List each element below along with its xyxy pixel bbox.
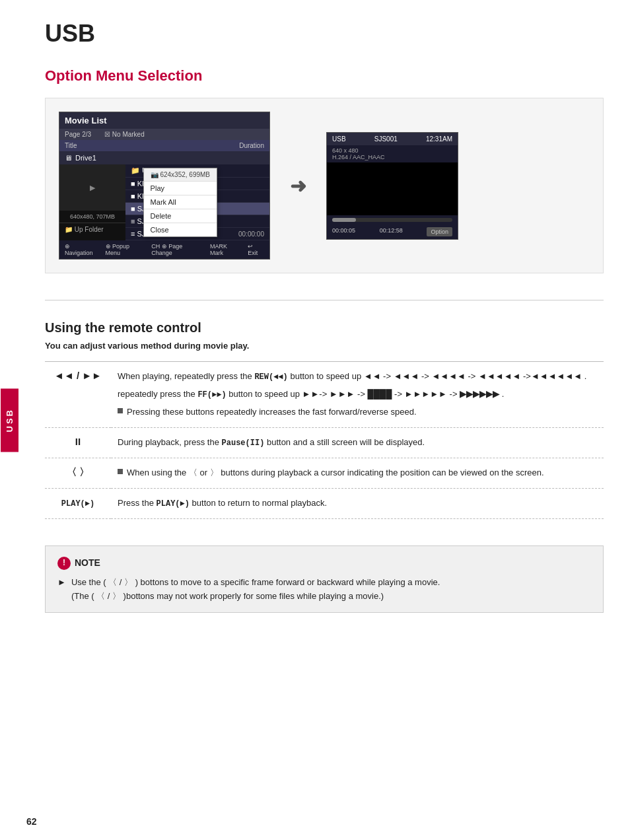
table-row: 〈 〉 When using the 〈 or 〉 buttons during… bbox=[45, 458, 604, 489]
ctrl-desc-lr: When using the 〈 or 〉 buttons during pla… bbox=[111, 458, 604, 489]
thumbnail-placeholder: ▶ bbox=[90, 184, 95, 192]
nav-exit: ↩ Exit bbox=[248, 243, 264, 256]
option-menu-section-title: Option Menu Selection bbox=[45, 67, 604, 85]
pause-desc: During playback, press the Pause(II) but… bbox=[118, 436, 597, 450]
ml-drive-name: Drive1 bbox=[75, 154, 96, 162]
ctrl-key-rewff: ◄◄ / ►► bbox=[45, 362, 111, 428]
ml-marked: ☒ No Marked bbox=[104, 131, 145, 138]
pb-duration: 00:12:58 bbox=[380, 227, 403, 236]
remote-control-desc: You can adjust various method during mov… bbox=[45, 341, 604, 351]
cm-play[interactable]: Play bbox=[144, 182, 217, 195]
ml-thumbnail: ▶ bbox=[59, 164, 125, 211]
nav-page-change: CH ⊕ Page Change bbox=[151, 243, 203, 256]
playback-mockup: USB SJS001 12:31AM 640 x 480 H.264 / AAC… bbox=[326, 132, 458, 240]
ml-columns: Title Duration bbox=[59, 140, 269, 151]
movie-list-mockup: Movie List Page 2/3 ☒ No Marked Title Du… bbox=[59, 112, 270, 260]
drive-icon: 🖥 bbox=[65, 154, 72, 162]
cm-mark-all[interactable]: Mark All bbox=[144, 195, 217, 209]
ml-subheader: Page 2/3 ☒ No Marked bbox=[59, 129, 269, 140]
table-row: II During playback, press the Pause(II) … bbox=[45, 428, 604, 458]
pb-source: USB bbox=[332, 135, 346, 143]
ml-nav-bar: ⊕ Navigation ⊕ Popup Menu CH ⊕ Page Chan… bbox=[59, 240, 269, 259]
bullet-icon bbox=[118, 469, 123, 474]
pb-resolution: 640 x 480 bbox=[332, 147, 452, 154]
pb-filename: SJS001 bbox=[374, 135, 398, 143]
ctrl-desc-rewff: When playing, repeatedly press the REW(◄… bbox=[111, 362, 604, 428]
ml-body: ▶ 640x480, 707MB 📁 Up Folder 📁 Up Folder… bbox=[59, 164, 269, 240]
ctrl-key-lr: 〈 〉 bbox=[45, 458, 111, 489]
ml-left-panel: ▶ 640x480, 707MB 📁 Up Folder bbox=[59, 164, 125, 240]
cm-close[interactable]: Close bbox=[144, 223, 217, 236]
page-number: 62 bbox=[26, 816, 37, 827]
rewff-desc2: repeatedly press the FF(►►) button to sp… bbox=[118, 388, 597, 402]
arrow-right: ➜ bbox=[290, 174, 306, 197]
pb-option-button[interactable]: Option bbox=[427, 227, 452, 236]
rewff-desc1: When playing, repeatedly press the REW(◄… bbox=[118, 370, 597, 384]
nav-mark: MARK Mark bbox=[210, 243, 241, 256]
ml-drive: 🖥 Drive1 bbox=[59, 151, 269, 164]
pb-progress-fill bbox=[332, 218, 356, 222]
ml-items-list: 📁 Up Folder ■ KR1 ■ KR2 ■ SJS001 ≡ SJS00… bbox=[125, 164, 269, 240]
nav-popup: ⊕ Popup Menu bbox=[106, 243, 145, 256]
section-divider bbox=[45, 300, 604, 300]
nav-navigation: ⊕ Navigation bbox=[65, 243, 99, 256]
control-table: ◄◄ / ►► When playing, repeatedly press t… bbox=[45, 361, 604, 519]
ml-title: Movie List bbox=[65, 116, 107, 125]
ml-up-folder-left: 📁 Up Folder bbox=[59, 223, 125, 236]
note-item-1: ► Use the ( 〈 / 〉 ) bottons to move to a… bbox=[57, 576, 591, 604]
pb-topbar: USB SJS001 12:31AM bbox=[327, 133, 458, 145]
note-title: ! NOTE bbox=[57, 555, 591, 570]
ml-col-title: Title bbox=[65, 142, 205, 149]
page-title: USB bbox=[45, 20, 604, 48]
table-row: PLAY(►) Press the PLAY(►) button to retu… bbox=[45, 489, 604, 519]
ctrl-key-pause: II bbox=[45, 428, 111, 458]
ml-thumb-info: 640x480, 707MB bbox=[59, 211, 125, 223]
note-label: NOTE bbox=[75, 555, 100, 570]
note-arrow-icon: ► bbox=[57, 576, 66, 604]
remote-control-title: Using the remote control bbox=[45, 320, 604, 335]
lr-desc: When using the 〈 or 〉 buttons during pla… bbox=[118, 466, 597, 480]
pb-timecode: 00:00:05 bbox=[332, 227, 355, 236]
sidebar-tab: USB bbox=[0, 0, 18, 840]
pb-progressbar bbox=[332, 218, 452, 222]
play-desc: Press the PLAY(►) button to return to no… bbox=[118, 497, 597, 510]
ml-page-info: Page 2/3 bbox=[65, 131, 91, 138]
rewff-desc3: Pressing these buttons repeatedly increa… bbox=[118, 405, 597, 419]
note-box: ! NOTE ► Use the ( 〈 / 〉 ) bottons to mo… bbox=[45, 545, 604, 613]
ml-header: Movie List bbox=[59, 112, 269, 129]
note-icon: ! bbox=[57, 557, 71, 570]
pb-codec: H.264 / AAC_HAAC bbox=[332, 154, 452, 160]
ctrl-key-play: PLAY(►) bbox=[45, 489, 111, 519]
pb-controls: 00:00:05 00:12:58 Option bbox=[327, 225, 458, 239]
cm-size: 📷 624x352, 699MB bbox=[144, 168, 217, 182]
pb-time: 12:31AM bbox=[426, 135, 452, 143]
note-text-1: Use the ( 〈 / 〉 ) bottons to move to a s… bbox=[71, 576, 440, 604]
ctrl-desc-pause: During playback, press the Pause(II) but… bbox=[111, 428, 604, 458]
ctrl-desc-play: Press the PLAY(►) button to return to no… bbox=[111, 489, 604, 519]
table-row: ◄◄ / ►► When playing, repeatedly press t… bbox=[45, 362, 604, 428]
pb-screen bbox=[327, 162, 458, 215]
context-menu: 📷 624x352, 699MB Play Mark All Delete Cl… bbox=[143, 168, 217, 237]
sidebar-tab-label: USB bbox=[1, 388, 18, 452]
pb-info: 640 x 480 H.264 / AAC_HAAC bbox=[327, 145, 458, 162]
screenshot-area: Movie List Page 2/3 ☒ No Marked Title Du… bbox=[45, 98, 604, 273]
cm-delete[interactable]: Delete bbox=[144, 209, 217, 223]
bullet-icon bbox=[118, 408, 123, 413]
ml-col-duration: Duration bbox=[218, 142, 264, 149]
